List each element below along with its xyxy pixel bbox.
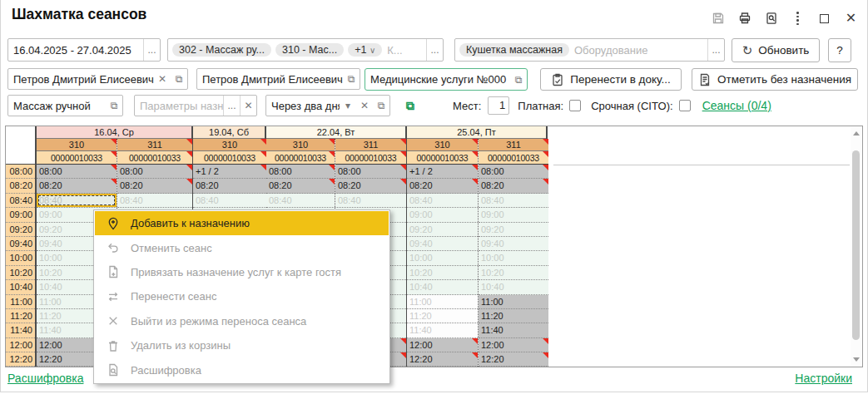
schedule-cell[interactable]: 08:40 [193,194,266,208]
maximize-icon[interactable] [816,11,832,27]
clear-icon[interactable]: ✕ [154,69,171,89]
decryption-link[interactable]: Расшифровка [7,372,83,385]
sessions-link[interactable]: Сеансы (0/4) [702,99,771,112]
urgent-checkbox[interactable] [679,100,691,111]
schedule-cell[interactable]: 09:00 [479,208,548,222]
equipment-tag[interactable]: Кушетка массажная [459,43,569,57]
schedule-cell[interactable]: 09:20 [479,223,548,237]
rooms-more-tag[interactable]: +1 ∨ [348,43,382,57]
transfer-to-document-button[interactable]: Перенести в доку... [540,68,682,91]
time-row-label: 12:00 [6,338,35,352]
schedule-cell[interactable]: 11:00 [407,295,478,309]
schedule-cell[interactable]: 11:40 [407,323,478,337]
schedule-cell[interactable]: 11:20 [479,309,548,323]
open-icon[interactable]: ⧉ [373,96,389,116]
context-menu-item[interactable]: Добавить к назначению [95,211,389,235]
schedule-cell[interactable]: 09:40 [407,237,478,251]
schedule-cell[interactable]: 11:40 [479,323,548,337]
schedule-cell[interactable]: 08:40 [407,194,478,208]
help-button[interactable]: ? [828,38,851,62]
schedule-cell[interactable]: 08:40 [335,194,406,208]
schedule-cell[interactable]: +1 / 2 [193,165,266,179]
dropdown-icon[interactable]: ▾ [340,96,356,116]
urgent-label: Срочная (CITO): [591,100,672,112]
context-menu-item[interactable]: Расшифровка [95,357,389,382]
schedule-cell[interactable]: 08:40 [266,194,335,208]
schedule-cell[interactable]: 09:20 [407,223,478,237]
scrollbar-thumb[interactable] [852,150,860,340]
schedule-cell[interactable]: 10:00 [407,251,478,265]
client-field[interactable]: Петров Дмитрий Елисеевич ✕ ⧉ [7,68,188,90]
open-icon[interactable]: ⧉ [510,69,527,90]
context-menu-item[interactable]: Привязать назначение услуг к карте гостя [95,260,389,284]
rooms-field[interactable]: 302 - Массаж ру... 310 - Мас... +1 ∨ К..… [167,38,444,62]
schedule-cell[interactable]: 12:00 [407,338,478,352]
schedule-cell[interactable]: 08:20 [193,179,266,193]
paid-checkbox[interactable] [569,100,581,111]
refresh-button[interactable]: ↻ Обновить [732,38,820,62]
schedule-cell[interactable]: 10:40 [407,280,478,294]
selected-schedule-cell[interactable]: 08:40 [37,194,117,208]
params-picker-button[interactable]: ... [223,96,240,116]
schedule-cell[interactable]: 10:40 [479,280,548,294]
close-icon[interactable]: ✕ [843,11,859,27]
settings-link[interactable]: Настройки [795,372,852,385]
mark-without-assignment-button[interactable]: Отметить без назначения [692,68,858,91]
equipment-field[interactable]: Кушетка массажная Оборудование ... [454,38,725,62]
specialist-field[interactable]: Петров Дмитрий Елисеевич ⧉ [196,68,360,90]
room-tag[interactable]: 302 - Массаж ру... [172,43,271,57]
open-icon[interactable]: ⧉ [171,69,187,89]
scroll-down-icon[interactable] [853,357,860,362]
schedule-cell[interactable]: 10:20 [407,266,478,280]
schedule-cell[interactable]: 10:00 [479,251,548,265]
preview-icon[interactable] [763,11,779,27]
clear-icon[interactable]: ✕ [240,96,256,116]
schedule-cell[interactable]: 11:20 [407,309,478,323]
room-tag[interactable]: 310 - Мас... [275,43,344,57]
schedule-cell[interactable]: 08:40 [117,194,192,208]
print-icon[interactable] [737,11,752,27]
schedule-cell[interactable]: 12:00 [479,338,548,352]
schedule-cell[interactable]: 09:40 [479,237,548,251]
schedule-cell[interactable]: 12:20 [479,352,548,367]
rooms-picker-button[interactable]: ... [426,39,443,61]
schedule-cell[interactable]: 10:20 [479,266,548,280]
schedule-cell[interactable]: 11:00 [479,295,548,309]
schedule-cell[interactable]: +1 / 2 [407,165,478,179]
schedule-cell[interactable]: 12:20 [407,352,478,367]
date-picker-button[interactable]: ... [143,39,160,61]
scroll-up-icon[interactable] [853,131,860,135]
schedule-cell[interactable]: 08:20 [117,179,192,193]
schedule-cell[interactable]: 08:00 [335,165,406,179]
periodicity-field[interactable]: Через два дня ▾ ✕ ⧉ [265,95,390,116]
vertical-scrollbar[interactable] [851,127,861,366]
context-menu-item[interactable]: Удалить из корзины [95,333,389,357]
open-icon[interactable]: ⧉ [343,69,360,89]
schedule-cell[interactable]: 08:20 [37,179,117,193]
more-dots-icon[interactable] [790,11,806,27]
service-field[interactable]: Массаж ручной ⧉ [7,95,123,116]
save-icon[interactable] [710,11,726,27]
seats-input[interactable]: 1 [488,96,509,115]
schedule-cell[interactable]: 08:20 [266,179,335,193]
date-range-field[interactable]: 16.04.2025 - 27.04.2025 ... [7,38,161,62]
paste-icon[interactable]: ⧉ [406,99,414,113]
schedule-cell[interactable]: 08:00 [266,165,335,179]
context-menu-item[interactable]: Перенести сеанс [95,284,389,308]
clear-icon[interactable]: ✕ [356,96,373,116]
document-field[interactable]: Медицинские услуги №000 ⧉ [365,68,528,91]
schedule-cell[interactable]: 08:00 [37,165,117,179]
schedule-cell[interactable]: 08:20 [335,179,406,193]
schedule-cell[interactable]: 08:00 [117,165,192,179]
schedule-cell[interactable]: 08:20 [479,179,548,193]
schedule-cell[interactable]: 08:00 [479,165,548,179]
open-icon[interactable]: ⧉ [106,96,122,116]
schedule-cell[interactable]: 08:20 [407,179,478,193]
assignment-params-field[interactable]: Параметры назн... ... ✕ [134,95,257,116]
context-menu-item[interactable]: Выйти из режима переноса сеанса [95,309,389,333]
context-menu-item[interactable]: Отменить сеанс [95,235,389,259]
schedule-cell[interactable]: 08:40 [479,194,548,208]
equipment-picker-button[interactable]: ... [707,39,724,61]
schedule-cell[interactable]: 09:00 [407,208,478,222]
close-x-icon [107,314,120,328]
